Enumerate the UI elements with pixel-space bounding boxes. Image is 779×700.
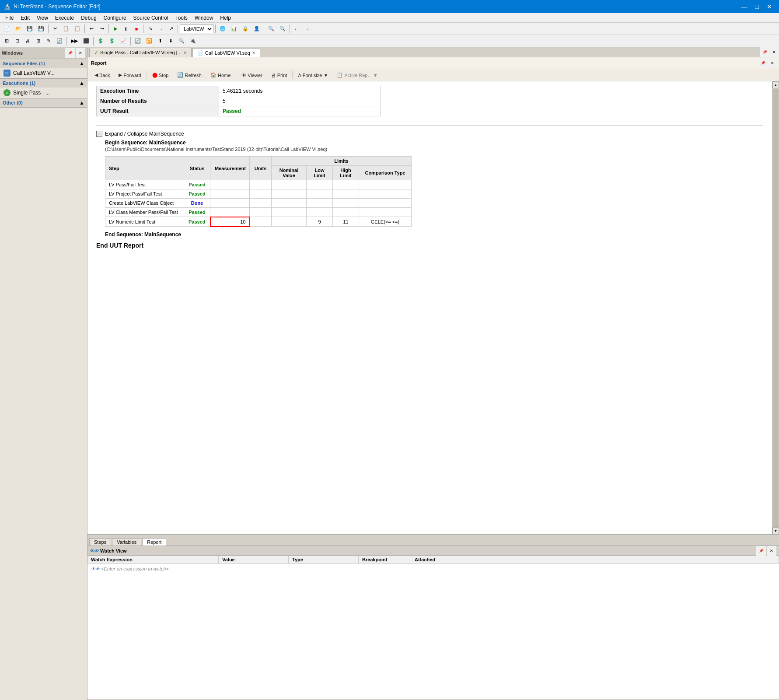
toolbar-lock-btn[interactable]: 🔒: [240, 24, 251, 34]
home-button[interactable]: 🏠 Home: [207, 71, 234, 79]
watch-placeholder[interactable]: 👁👁 <Enter an expression to watch>: [91, 566, 169, 571]
stop-button[interactable]: ⬤ Stop: [149, 71, 172, 79]
tab-1-close[interactable]: ✕: [252, 50, 255, 55]
tab-0[interactable]: ✓ Single Pass - Call LabVIEW VI.seq [...…: [89, 48, 192, 57]
toolbar-zoom-in-btn[interactable]: 🔍: [266, 24, 276, 34]
toolbar2-btn9[interactable]: 💲: [95, 36, 106, 46]
sequence-files-header[interactable]: Sequence Files (1) ▲: [0, 59, 87, 68]
toolbar2-btn7[interactable]: ▶▶: [69, 36, 80, 46]
other-header[interactable]: Other (0) ▲: [0, 98, 87, 107]
menu-help[interactable]: Help: [217, 14, 234, 22]
toolbar-new-btn[interactable]: 📄: [2, 24, 12, 34]
viewer-button[interactable]: 👁 Viewer: [238, 72, 265, 79]
toolbar-globe-btn[interactable]: 🌐: [217, 24, 228, 34]
tab-steps[interactable]: Steps: [89, 538, 111, 546]
back-button[interactable]: ◀ Back: [91, 71, 113, 79]
toolbar-forward-nav-btn[interactable]: →: [302, 24, 312, 34]
tab-bar-pin-btn[interactable]: 📌: [760, 47, 769, 57]
toolbar-back-nav-btn[interactable]: ←: [292, 24, 301, 34]
menu-source-control[interactable]: Source Control: [130, 14, 172, 22]
maximize-button[interactable]: □: [752, 2, 762, 11]
toolbar2-btn4[interactable]: ⊞: [33, 36, 43, 46]
row2-measurement: [210, 199, 250, 208]
other-section: Other (0) ▲: [0, 98, 87, 108]
toolbar-run-btn[interactable]: ▶: [111, 24, 120, 34]
toolbar2-btn6[interactable]: 🔄: [54, 36, 65, 46]
menu-execute[interactable]: Execute: [52, 14, 77, 22]
toolbar-step-out-btn[interactable]: ↗: [166, 24, 176, 34]
menu-configure[interactable]: Configure: [100, 14, 130, 22]
minimize-button[interactable]: —: [738, 2, 751, 11]
expand-collapse-section[interactable]: − Expand / Collapse MainSequence: [96, 131, 763, 137]
toolbar-undo-btn[interactable]: ↩: [87, 24, 96, 34]
toolbar2-btn3[interactable]: 🖨: [23, 36, 32, 46]
left-panel-header: Windows 📌 ✕: [0, 47, 87, 59]
toolbar-user-btn[interactable]: 👤: [252, 24, 262, 34]
tab-report[interactable]: Report: [142, 538, 166, 546]
refresh-button[interactable]: 🔄 Refresh: [174, 71, 205, 79]
toolbar2-btn5[interactable]: ✎: [44, 36, 53, 46]
font-size-button[interactable]: A Font size ▼: [294, 72, 332, 79]
toolbar-paste-btn[interactable]: 📋: [72, 24, 83, 34]
report-close-btn[interactable]: ✕: [768, 58, 777, 68]
tab-bar-close-btn[interactable]: ✕: [769, 47, 779, 57]
toolbar2-btn15[interactable]: ⬇: [166, 36, 175, 46]
menu-window[interactable]: Window: [191, 14, 217, 22]
menu-debug[interactable]: Debug: [77, 14, 100, 22]
menu-tools[interactable]: Tools: [172, 14, 191, 22]
tab-variables[interactable]: Variables: [112, 538, 141, 546]
watch-pin-btn[interactable]: 📌: [756, 546, 766, 556]
row0-status: Passed: [184, 180, 210, 189]
row0-measurement: [210, 180, 250, 189]
print-button[interactable]: 🖨 Print: [268, 72, 291, 79]
toolbar-step-over-btn[interactable]: →: [156, 24, 165, 34]
sequence-file-item-0[interactable]: VI Call LabVIEW V...: [0, 68, 87, 78]
watch-close-btn[interactable]: ✕: [767, 546, 776, 556]
scroll-thumb[interactable]: [773, 89, 779, 527]
active-rep-button[interactable]: 📋 Active Rep... ▼: [333, 71, 381, 79]
menu-file[interactable]: File: [2, 14, 17, 22]
toolbar2-btn13[interactable]: 🔁: [144, 36, 154, 46]
forward-button[interactable]: ▶ Forward: [115, 71, 144, 79]
toolbar2-btn14[interactable]: ⬆: [155, 36, 165, 46]
watch-icon-small: 👁👁: [91, 567, 100, 571]
toolbar2-btn17[interactable]: 🔌: [188, 36, 198, 46]
row1-comparison: [359, 189, 412, 199]
left-panel-pin-btn[interactable]: 📌: [65, 48, 75, 58]
close-button[interactable]: ✕: [763, 2, 776, 11]
toolbar2-btn16[interactable]: 🔍: [176, 36, 187, 46]
toolbar-step-into-btn[interactable]: ↘: [145, 24, 155, 34]
report-pin-btn[interactable]: 📌: [758, 58, 768, 68]
menu-view[interactable]: View: [33, 14, 52, 22]
menu-edit[interactable]: Edit: [17, 14, 33, 22]
executions-header[interactable]: Executions (1) ▲: [0, 79, 87, 88]
tab-0-close[interactable]: ✕: [183, 50, 187, 55]
toolbar2-btn12[interactable]: 🔄: [133, 36, 143, 46]
tab-1[interactable]: 📄 Call LabVIEW VI.seq ✕: [192, 48, 260, 57]
report-scrollbar[interactable]: ▲ ▼: [772, 81, 779, 534]
toolbar-stop-btn[interactable]: ■: [132, 24, 141, 34]
toolbar2-btn11[interactable]: 📈: [118, 36, 129, 46]
toolbar-copy-btn[interactable]: 📋: [61, 24, 71, 34]
toolbar2-btn10[interactable]: 💲: [107, 36, 117, 46]
toolbar-pause-btn[interactable]: ⏸: [121, 24, 131, 34]
toolbar2-btn2[interactable]: ⊟: [12, 36, 22, 46]
labview-dropdown[interactable]: LabVIEW: [180, 24, 213, 33]
toolbar-save-btn[interactable]: 💾: [24, 24, 35, 34]
execution-item-0[interactable]: ✓ Single Pass - ...: [0, 88, 87, 98]
left-panel-close-btn[interactable]: ✕: [76, 48, 85, 58]
scroll-up-arrow[interactable]: ▲: [772, 81, 779, 88]
toolbar-chart-btn[interactable]: 📊: [229, 24, 239, 34]
scroll-down-arrow[interactable]: ▼: [772, 527, 779, 534]
toolbar-zoom-out-btn[interactable]: 🔍: [277, 24, 288, 34]
th-high-limit: High Limit: [333, 166, 359, 180]
watch-col-breakpoint: Breakpoint: [359, 556, 411, 564]
toolbar-cut-btn[interactable]: ✂: [50, 24, 60, 34]
toolbar-redo-btn[interactable]: ↪: [97, 24, 107, 34]
toolbar2-btn1[interactable]: ⊞: [2, 36, 11, 46]
toolbar2-btn8[interactable]: ⬛: [81, 36, 91, 46]
row3-step: LV Class Member Pass/Fail Test: [105, 208, 184, 217]
toolbar-save-all-btn[interactable]: 💾: [36, 24, 46, 34]
toolbar-open-btn[interactable]: 📂: [13, 24, 24, 34]
title-bar-left: 🔬 NI TestStand - Sequence Editor [Edit]: [3, 3, 101, 10]
